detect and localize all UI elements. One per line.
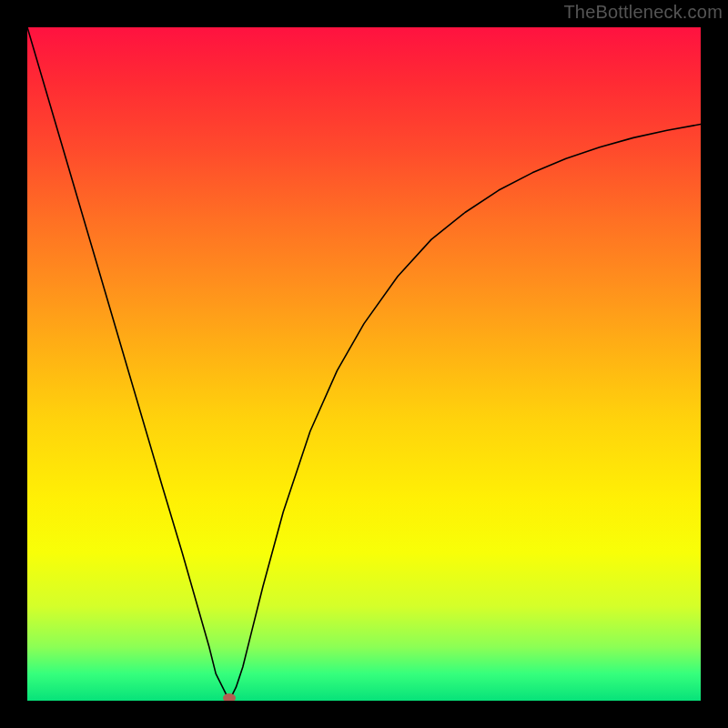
chart-frame: TheBottleneck.com <box>0 0 728 728</box>
plot-area <box>27 27 701 701</box>
bottleneck-curve <box>27 27 701 701</box>
watermark-text: TheBottleneck.com <box>563 2 723 23</box>
minimum-marker <box>223 693 236 701</box>
chart-svg <box>27 27 701 701</box>
